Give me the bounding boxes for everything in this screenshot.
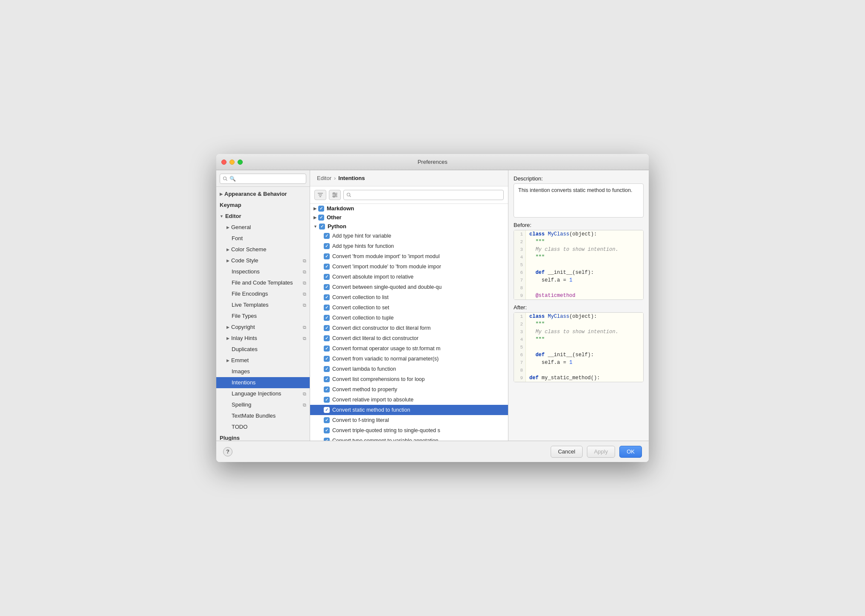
maximize-button[interactable]	[238, 160, 243, 165]
sidebar-item-editor[interactable]: ▼ Editor	[216, 211, 310, 222]
intention-item-convert-method-property[interactable]: Convert method to property	[310, 384, 508, 395]
checkbox-add-type-hints-func[interactable]	[324, 243, 330, 249]
code-line: 3 My class to show intention.	[514, 246, 643, 253]
intention-item-convert-static-method[interactable]: Convert static method to function	[310, 405, 508, 415]
intention-item-convert-absolute-import[interactable]: Convert absolute import to relative	[310, 272, 508, 282]
checkbox-convert-dict-literal[interactable]	[324, 335, 330, 341]
sidebar-list: ▶ Appearance & Behavior Keymap ▼ Editor …	[216, 187, 310, 441]
intention-item-convert-relative-import[interactable]: Convert relative import to absolute	[310, 395, 508, 405]
before-code-preview: 1class MyClass(object):2 """3 My class t…	[514, 230, 644, 300]
filter-button[interactable]	[314, 190, 326, 200]
sidebar-item-copyright[interactable]: ▶ Copyright ⧉	[216, 322, 310, 333]
help-button[interactable]: ?	[223, 447, 232, 456]
intention-item-convert-from-module[interactable]: Convert 'from module import' to 'import …	[310, 251, 508, 262]
sidebar-item-live-templates[interactable]: Live Templates ⧉	[216, 299, 310, 311]
sidebar-item-font[interactable]: Font	[216, 233, 310, 244]
code-line: 7 self.a = 1	[514, 276, 643, 284]
ok-button[interactable]: OK	[619, 446, 642, 458]
checkbox-convert-triple-quoted[interactable]	[324, 427, 330, 433]
sidebar-item-spelling[interactable]: Spelling ⧉	[216, 399, 310, 410]
sidebar-item-file-encodings[interactable]: File Encodings ⧉	[216, 288, 310, 299]
code-line: 8	[514, 284, 643, 292]
sidebar-item-duplicates[interactable]: Duplicates	[216, 344, 310, 355]
chevron-icon: ▶	[226, 256, 229, 265]
checkbox-markdown[interactable]	[318, 206, 324, 212]
checkbox-convert-format-operator[interactable]	[324, 346, 330, 352]
close-button[interactable]	[221, 160, 226, 165]
intention-item-convert-between-quotes[interactable]: Convert between single-quoted and double…	[310, 282, 508, 292]
checkbox-convert-relative-import[interactable]	[324, 397, 330, 403]
sidebar-item-color-scheme[interactable]: ▶ Color Scheme	[216, 244, 310, 255]
minimize-button[interactable]	[229, 160, 235, 165]
sidebar-item-keymap[interactable]: Keymap	[216, 200, 310, 211]
intention-item-add-type-hint-var[interactable]: Add type hint for variable	[310, 231, 508, 241]
sidebar-search-container	[216, 170, 310, 187]
checkbox-python[interactable]	[319, 224, 325, 230]
checkbox-add-type-hint-var[interactable]	[324, 233, 330, 239]
intention-item-convert-triple-quoted[interactable]: Convert triple-quoted string to single-q…	[310, 425, 508, 436]
center-toolbar	[310, 186, 508, 204]
checkbox-convert-between-quotes[interactable]	[324, 284, 330, 290]
checkbox-convert-type-comment[interactable]	[324, 438, 330, 441]
intention-item-convert-list-comprehensions[interactable]: Convert list comprehensions to for loop	[310, 374, 508, 384]
before-label: Before:	[514, 222, 644, 228]
checkbox-convert-from-module[interactable]	[324, 253, 330, 259]
sidebar-item-plugins[interactable]: Plugins	[216, 433, 310, 441]
after-label: After:	[514, 304, 644, 311]
checkbox-convert-absolute-import[interactable]	[324, 274, 330, 280]
intention-item-convert-format-operator[interactable]: Convert format operator usage to str.for…	[310, 343, 508, 354]
checkbox-convert-dict-constructor[interactable]	[324, 325, 330, 331]
sidebar-item-file-types[interactable]: File Types	[216, 311, 310, 322]
intentions-search-input[interactable]	[343, 190, 504, 200]
apply-button[interactable]: Apply	[587, 446, 615, 458]
checkbox-convert-list-comprehensions[interactable]	[324, 376, 330, 382]
sidebar-search-input[interactable]	[220, 174, 306, 184]
sidebar-item-textmate-bundles[interactable]: TextMate Bundles	[216, 410, 310, 421]
intention-item-convert-import-module[interactable]: Convert 'import module' to 'from module …	[310, 262, 508, 272]
intention-item-convert-type-comment[interactable]: Convert type comment to variable annotat…	[310, 436, 508, 441]
sidebar-item-images[interactable]: Images	[216, 366, 310, 377]
chevron-icon: ▶	[226, 223, 229, 232]
intention-item-convert-from-variadic[interactable]: Convert from variadic to normal paramete…	[310, 354, 508, 364]
group-other[interactable]: ▶ Other	[310, 213, 508, 222]
intention-item-convert-lambda[interactable]: Convert lambda to function	[310, 364, 508, 374]
cancel-button[interactable]: Cancel	[551, 446, 582, 458]
checkbox-convert-from-variadic[interactable]	[324, 356, 330, 362]
checkbox-convert-lambda[interactable]	[324, 366, 330, 372]
checkbox-convert-collection-list[interactable]	[324, 294, 330, 300]
copy-icon: ⧉	[303, 256, 306, 265]
intention-item-convert-fstring[interactable]: Convert to f-string literal	[310, 415, 508, 425]
sidebar-item-todo[interactable]: TODO	[216, 421, 310, 433]
intention-item-convert-collection-list[interactable]: Convert collection to list	[310, 292, 508, 302]
svg-point-7	[335, 195, 337, 196]
code-line: 4 """	[514, 253, 643, 261]
checkbox-convert-static-method[interactable]	[324, 407, 330, 413]
checkbox-convert-method-property[interactable]	[324, 386, 330, 392]
intention-item-add-type-hints-func[interactable]: Add type hints for function	[310, 241, 508, 251]
intention-item-convert-collection-set[interactable]: Convert collection to set	[310, 302, 508, 313]
right-panel: Description: This intention converts sta…	[508, 170, 649, 441]
sidebar-item-code-style[interactable]: ▶ Code Style ⧉	[216, 255, 310, 266]
sidebar-item-intentions[interactable]: Intentions	[216, 377, 310, 388]
intention-item-convert-dict-constructor[interactable]: Convert dict constructor to dict literal…	[310, 323, 508, 333]
code-line: 8	[514, 366, 643, 374]
sidebar-item-language-injections[interactable]: Language Injections ⧉	[216, 388, 310, 399]
code-line: 1class MyClass(object):	[514, 313, 643, 320]
checkbox-other[interactable]	[318, 215, 324, 221]
intention-item-convert-dict-literal[interactable]: Convert dict literal to dict constructor	[310, 333, 508, 343]
sidebar-item-appearance[interactable]: ▶ Appearance & Behavior	[216, 189, 310, 200]
checkbox-convert-collection-tuple[interactable]	[324, 315, 330, 321]
settings-button[interactable]	[329, 190, 341, 200]
sidebar-item-general[interactable]: ▶ General	[216, 222, 310, 233]
breadcrumb: Editor › Intentions	[310, 170, 508, 186]
group-markdown[interactable]: ▶ Markdown	[310, 204, 508, 213]
sidebar-item-file-code-templates[interactable]: File and Code Templates ⧉	[216, 277, 310, 288]
sidebar-item-inspections[interactable]: Inspections ⧉	[216, 266, 310, 277]
checkbox-convert-import-module[interactable]	[324, 264, 330, 270]
checkbox-convert-fstring[interactable]	[324, 417, 330, 423]
intention-item-convert-collection-tuple[interactable]: Convert collection to tuple	[310, 313, 508, 323]
sidebar-item-emmet[interactable]: ▶ Emmet	[216, 355, 310, 366]
checkbox-convert-collection-set[interactable]	[324, 305, 330, 311]
sidebar-item-inlay-hints[interactable]: ▶ Inlay Hints ⧉	[216, 333, 310, 344]
group-python[interactable]: ▼ Python	[310, 222, 508, 231]
